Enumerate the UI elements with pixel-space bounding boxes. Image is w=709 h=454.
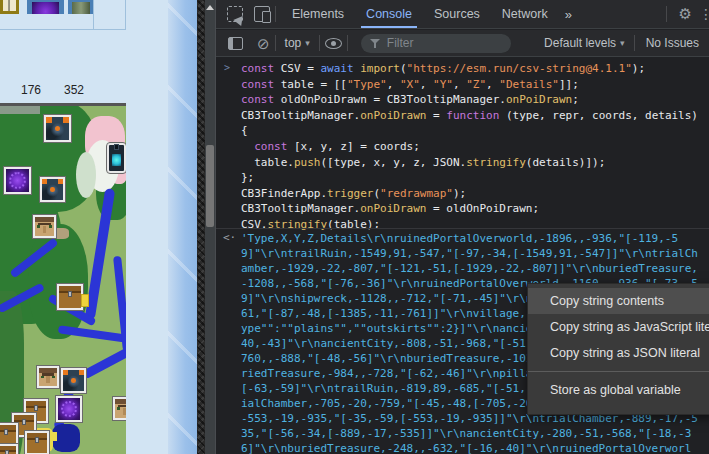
devtools-tabbar: ElementsConsoleSourcesNetwork » ⚙ ⋮ [216,0,709,29]
scrollbar-up-arrow-icon[interactable] [206,5,214,10]
panel-divider-horizontal [0,29,126,30]
villager-map-icon[interactable] [33,215,56,238]
pale-blob [76,152,96,198]
console-output-line: amber,-1929,-22,-807,"[-121,-51,[-1929,-… [241,261,698,276]
inspect-element-icon[interactable] [227,6,243,22]
console-input-code: const CSV = await import("https://esm.ru… [241,61,698,233]
console-code-line: const [x, y, z] = coords; [241,139,698,155]
villager-map-icon[interactable] [113,397,126,420]
menu-item-copy-string-contents[interactable]: Copy string contents [528,288,709,314]
menu-item-copy-string-as-javascript-literal[interactable]: Copy string as JavaScript literal [528,314,709,340]
issues-counter[interactable]: No Issues [640,36,709,50]
console-code-line: CB3TooltipManager.onPoiDrawn = function … [241,108,698,124]
divider [634,35,635,51]
devtools-tabs: ElementsConsoleSourcesNetwork [281,0,559,28]
chest-flag [81,294,89,307]
map-ruler-label-176: 176 [21,83,41,97]
log-levels-dropdown[interactable]: Default levels ▾ [540,36,629,50]
structure-filter-tile-portal-art [32,2,59,14]
map-page-panel: 176 352 [0,0,215,454]
divider [319,35,320,51]
panel-divider-vertical-1 [93,0,94,29]
chamber-map-icon[interactable] [40,177,65,202]
seed-map[interactable] [0,103,126,454]
filter-placeholder: Filter [387,36,414,50]
kebab-menu-icon[interactable]: ⋮ [699,6,709,22]
live-expression-eye-icon[interactable] [325,38,342,49]
console-output-line: 'Type,X,Y,Z,Details\r\nruinedPortalOverw… [241,231,698,246]
chest-map-icon[interactable] [0,444,18,454]
portal-map-icon[interactable] [56,396,82,422]
portal-map-icon[interactable] [4,167,31,194]
console-result-arrow-icon: <· [223,231,236,244]
river [81,345,126,379]
scrollbar-thumb[interactable] [206,145,214,227]
filter-funnel-icon [370,38,380,48]
tab-elements[interactable]: Elements [281,0,355,28]
forest-blob [28,224,88,339]
structure-filter-tile-ruins-art [72,2,90,14]
structure-filter-tile-gold[interactable] [0,0,19,14]
structure-filter-tile-gold-art [3,0,16,11]
menu-separator [528,371,709,372]
tabbar-right-group: ⚙ ⋮ [661,5,709,23]
map-ruler-label-352: 352 [64,83,84,97]
divider [275,6,276,22]
devtools-panel: ElementsConsoleSourcesNetwork » ⚙ ⋮ ⊘ to… [215,0,709,454]
chest-map-icon[interactable] [57,284,83,310]
more-tabs-icon[interactable]: » [559,7,578,22]
log-levels-label: Default levels [544,36,616,50]
console-output-line: 6]"\r\nburiedTreasure,-248,,-632,"[-16,-… [241,441,698,454]
console-code-line: const table = [["Type", "X", "Y", "Z", "… [241,77,698,93]
lantern-map-icon[interactable] [107,143,126,173]
console-output-line: 9]"\r\ntrailRuin,-1549,91,-547,"[-97,-34… [241,246,698,261]
tab-network[interactable]: Network [491,0,559,28]
chevron-down-icon: ▾ [305,38,310,48]
page-scrollbar[interactable] [205,0,215,454]
chamber-map-icon[interactable] [44,115,71,142]
villager-map-icon[interactable] [37,366,59,388]
chest-map-icon[interactable] [25,431,49,454]
chamber-map-icon[interactable] [61,368,86,393]
console-output-line: 35,"[-56,-34,[-889,-17,-535]]"\r\nancien… [241,426,698,441]
panel-divider-vertical-2 [125,0,126,29]
structure-filter-tile-portal[interactable] [27,0,64,14]
water-specks [168,0,197,454]
settings-gear-icon[interactable]: ⚙ [672,5,699,23]
context-menu: Copy string contentsCopy string as JavaS… [527,283,709,415]
console-code-line: const oldOnPoiDrawn = CB3TooltipManager.… [241,92,698,108]
console-code-line: const CSV = await import("https://esm.ru… [241,61,698,77]
screenshot-root: 176 352 [0,0,709,454]
console-filter-input[interactable]: Filter [361,34,511,53]
console-code-line: { [241,123,698,139]
clear-console-icon[interactable]: ⊘ [257,36,270,51]
tab-console[interactable]: Console [355,0,423,28]
gravel-blob [0,104,40,114]
menu-item-store-as-global-variable[interactable]: Store as global variable [528,377,709,403]
divider [275,35,276,51]
console-code-line: CB3FinderApp.trigger("redrawmap"); [241,186,698,202]
divider [666,6,667,22]
execution-context-dropdown[interactable]: top ▾ [281,36,314,50]
tab-sources[interactable]: Sources [423,0,491,28]
console-sidebar-icon[interactable] [228,37,243,50]
divider [347,35,348,51]
console-toolbar: ⊘ top ▾ Filter Default levels ▾ No Issue… [216,30,709,57]
river [58,325,126,343]
console-code-line: table.push([type, x, y, z, JSON.stringif… [241,155,698,171]
water-edge-strip [168,0,197,454]
chevron-down-icon: ▾ [620,38,625,48]
console-prompt-icon: > [224,62,230,73]
console-code-line: }; [241,170,698,186]
console-code-line: CB3TooltipManager.onPoiDrawn = oldOnPoiD… [241,201,698,217]
execution-context-label: top [285,36,302,50]
menu-item-copy-string-as-json-literal[interactable]: Copy string as JSON literal [528,340,709,366]
device-toolbar-icon[interactable] [254,6,270,22]
console-entry-separator [216,228,709,229]
page-background-texture [197,0,205,454]
structure-filter-tile-ruins[interactable] [68,0,94,14]
